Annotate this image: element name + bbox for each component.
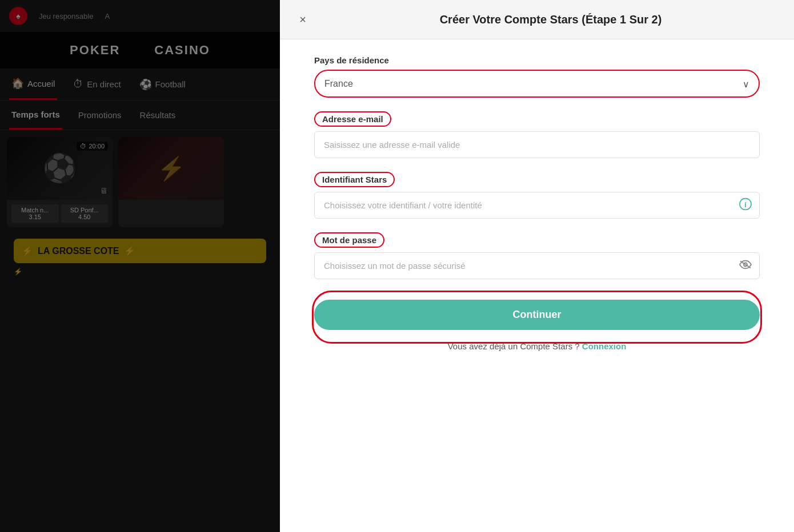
country-select[interactable]: France — [315, 71, 759, 96]
email-label-highlight: Adresse e-mail — [314, 111, 391, 127]
password-input[interactable] — [314, 252, 760, 279]
modal-body: Pays de résidence France ∨ Adresse e-mai… — [280, 39, 794, 532]
password-group: Mot de passe — [314, 232, 760, 279]
registration-modal: × Créer Votre Compte Stars (Étape 1 Sur … — [280, 0, 794, 532]
footer-text: Vous avez déjà un Compte Stars ? — [448, 341, 580, 351]
login-link[interactable]: Connexion — [582, 341, 627, 351]
password-label-wrapper: Mot de passe — [314, 232, 760, 248]
country-group: Pays de résidence France ∨ — [314, 55, 760, 98]
country-select-wrapper: France ∨ — [314, 70, 760, 98]
info-icon: i — [739, 198, 752, 213]
password-label-highlight: Mot de passe — [314, 232, 384, 248]
country-label: Pays de résidence — [314, 55, 760, 65]
modal-header: × Créer Votre Compte Stars (Étape 1 Sur … — [280, 0, 794, 39]
modal-title: Créer Votre Compte Stars (Étape 1 Sur 2) — [321, 13, 780, 26]
password-input-wrapper — [314, 252, 760, 279]
email-label-wrapper: Adresse e-mail — [314, 111, 760, 127]
email-input-wrapper — [314, 131, 760, 158]
dim-overlay — [0, 0, 280, 532]
username-input[interactable] — [314, 192, 760, 219]
username-group: Identifiant Stars i — [314, 172, 760, 219]
svg-text:i: i — [744, 200, 747, 208]
footer-section: Vous avez déjà un Compte Stars ? Connexi… — [314, 341, 760, 351]
continue-button[interactable]: Continuer — [314, 300, 760, 330]
continue-btn-wrapper: Continuer — [314, 293, 760, 341]
username-input-wrapper: i — [314, 192, 760, 219]
eye-icon[interactable] — [739, 260, 752, 272]
close-icon: × — [299, 13, 306, 26]
close-button[interactable]: × — [294, 10, 312, 29]
email-group: Adresse e-mail — [314, 111, 760, 158]
username-label-wrapper: Identifiant Stars — [314, 172, 760, 187]
email-input[interactable] — [314, 131, 760, 158]
username-label-highlight: Identifiant Stars — [314, 172, 395, 187]
